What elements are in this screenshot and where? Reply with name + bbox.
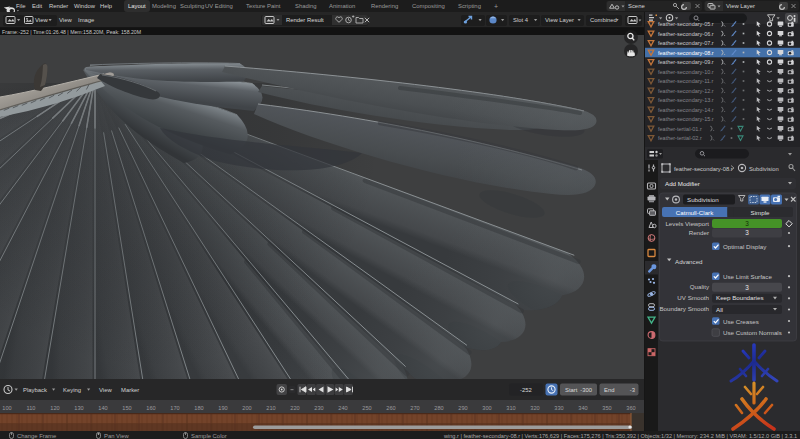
svg-text:270: 270 — [410, 405, 419, 411]
svg-text:Add Modifier: Add Modifier — [665, 180, 700, 187]
svg-text:Use Limit Surface: Use Limit Surface — [723, 273, 772, 280]
svg-text:360: 360 — [626, 405, 635, 411]
svg-text:200: 200 — [242, 405, 251, 411]
svg-text:160: 160 — [146, 405, 155, 411]
svg-text:feather-tertial-01.r: feather-tertial-01.r — [658, 126, 702, 132]
svg-text:310: 310 — [506, 405, 515, 411]
svg-text:Use Creases: Use Creases — [723, 318, 759, 325]
svg-text:feather-secondary-11.r: feather-secondary-11.r — [658, 78, 713, 84]
svg-text:210: 210 — [266, 405, 275, 411]
svg-text:220: 220 — [290, 405, 299, 411]
svg-text:290: 290 — [458, 405, 467, 411]
svg-text:feather-secondary-06.r: feather-secondary-06.r — [658, 31, 714, 37]
svg-text:feather-secondary-12.r: feather-secondary-12.r — [658, 88, 714, 94]
svg-text:230: 230 — [314, 405, 323, 411]
svg-text:feather-secondary-13.r: feather-secondary-13.r — [658, 97, 714, 103]
svg-text:150: 150 — [122, 405, 131, 411]
svg-text:330: 330 — [554, 405, 563, 411]
svg-text:feather-secondary-15.r: feather-secondary-15.r — [658, 116, 714, 122]
svg-text:End: End — [604, 387, 614, 393]
svg-text:Boundary Smooth: Boundary Smooth — [659, 305, 709, 312]
svg-text:240: 240 — [338, 405, 347, 411]
svg-text:Simple: Simple — [751, 209, 770, 216]
svg-text:View: View — [99, 387, 112, 393]
svg-text:Optimal Display: Optimal Display — [723, 243, 767, 250]
svg-text:feather-secondary-10.r: feather-secondary-10.r — [658, 69, 714, 75]
svg-text:Levels Viewport: Levels Viewport — [665, 220, 709, 227]
svg-text:feather-secondary-14.r: feather-secondary-14.r — [658, 107, 714, 113]
svg-text:320: 320 — [530, 405, 539, 411]
svg-text:180: 180 — [194, 405, 203, 411]
svg-text:Subdivision: Subdivision — [687, 196, 719, 203]
svg-text:3: 3 — [745, 229, 749, 236]
svg-text:Catmull-Clark: Catmull-Clark — [676, 209, 714, 216]
svg-text:-3: -3 — [630, 387, 636, 393]
svg-text:Render: Render — [689, 229, 709, 236]
svg-text:250: 250 — [362, 405, 371, 411]
svg-text:260: 260 — [386, 405, 395, 411]
svg-text:Use Custom Normals: Use Custom Normals — [723, 329, 782, 336]
svg-text:Playback: Playback — [23, 387, 47, 393]
svg-text:110: 110 — [27, 405, 36, 411]
svg-text:300: 300 — [482, 405, 491, 411]
svg-text:Advanced: Advanced — [675, 258, 703, 265]
svg-text:feather-secondary-07.r: feather-secondary-07.r — [658, 40, 714, 46]
svg-text:130: 130 — [74, 405, 83, 411]
svg-text:All: All — [716, 306, 723, 313]
svg-text:140: 140 — [98, 405, 107, 411]
svg-text:100: 100 — [2, 405, 11, 411]
svg-text:feather-secondary-09.r: feather-secondary-09.r — [658, 59, 714, 65]
svg-text:3: 3 — [745, 220, 749, 227]
svg-text:feather-secondary-08.r: feather-secondary-08.r — [674, 166, 733, 172]
svg-text:feather-secondary-05.r: feather-secondary-05.r — [658, 21, 714, 27]
svg-text:280: 280 — [434, 405, 443, 411]
svg-text:190: 190 — [218, 405, 227, 411]
svg-text:Subdivision: Subdivision — [749, 166, 779, 172]
svg-text:170: 170 — [170, 405, 179, 411]
svg-text:120: 120 — [50, 405, 59, 411]
svg-text:Marker: Marker — [121, 387, 139, 393]
svg-text:Quality: Quality — [690, 283, 710, 290]
svg-text:Keep Boundaries: Keep Boundaries — [716, 294, 763, 301]
svg-text:350: 350 — [602, 405, 611, 411]
svg-text:-300: -300 — [580, 387, 593, 393]
svg-text:UV Smooth: UV Smooth — [677, 294, 709, 301]
svg-text:Start: Start — [565, 387, 578, 393]
svg-text:340: 340 — [578, 405, 587, 411]
svg-text:3: 3 — [745, 284, 749, 291]
svg-text:feather-tertial-02.r: feather-tertial-02.r — [658, 135, 702, 141]
svg-text:Keying: Keying — [63, 387, 81, 393]
svg-text:-252: -252 — [520, 387, 532, 393]
svg-text:feather-secondary-08.r: feather-secondary-08.r — [658, 50, 714, 56]
